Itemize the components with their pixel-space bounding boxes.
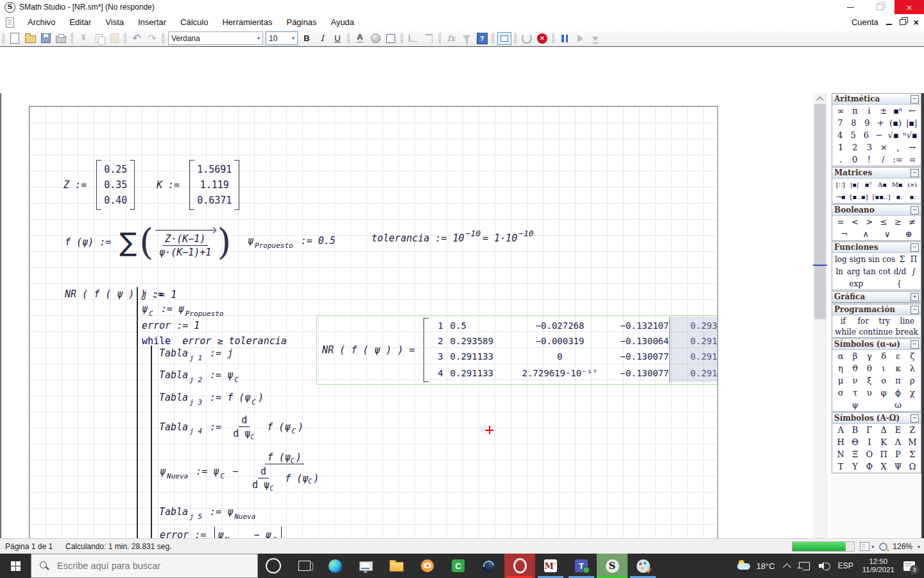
palette-item[interactable]: log xyxy=(835,255,847,264)
palette-item[interactable]: if xyxy=(839,317,848,326)
border-button[interactable] xyxy=(383,31,398,46)
language-button[interactable]: ESP xyxy=(834,554,858,578)
palette-item[interactable]: A▪ xyxy=(878,181,887,188)
save-button[interactable] xyxy=(38,31,53,46)
palette-header[interactable]: Aritmética − xyxy=(832,94,921,105)
redo-button[interactable]: ↷ xyxy=(144,31,160,46)
palette-item[interactable]: ± xyxy=(879,106,888,116)
palette-item[interactable]: ϕ xyxy=(893,388,902,398)
taskbar-search[interactable] xyxy=(31,554,258,578)
zoom-level[interactable]: 126% xyxy=(893,542,912,551)
new-button[interactable] xyxy=(7,31,22,46)
stmt-j-init[interactable]: j := 1 xyxy=(142,289,176,301)
child-close-icon[interactable]: × xyxy=(914,18,919,27)
expr-f-definition[interactable]: f (ψ) := ∑ ( Z·(K−1) ψ·(K−1)+1 ) xyxy=(65,217,231,267)
child-restore-icon[interactable] xyxy=(900,19,906,25)
palette-item[interactable]: [▪‥▪] xyxy=(850,193,868,200)
palette-item[interactable]: continue xyxy=(859,328,893,337)
palette-item[interactable]: √▪ xyxy=(888,130,899,140)
palette-item[interactable]: ln xyxy=(835,267,844,276)
palette-item[interactable]: φ xyxy=(879,388,888,398)
palette-item[interactable]: Δ xyxy=(879,425,888,435)
palette-header[interactable]: Booleano − xyxy=(832,205,921,216)
palette-item[interactable]: 3 xyxy=(865,143,874,152)
tray-overflow-button[interactable] xyxy=(780,554,794,578)
collapse-icon[interactable]: − xyxy=(911,414,919,423)
worksheet-page[interactable]: Z := 0.250.350.40 K := 1.56911.1190.6371… xyxy=(29,106,718,578)
palette-item[interactable]: Μ xyxy=(908,437,917,447)
palette-item[interactable]: ⁿ√▪ xyxy=(903,130,918,140)
palette-item[interactable]: Π xyxy=(879,450,888,459)
palette-item[interactable]: sin xyxy=(868,255,880,264)
palette-item[interactable]: →▪ xyxy=(835,193,845,200)
palette-item[interactable]: Π xyxy=(909,255,918,264)
collapse-icon[interactable]: − xyxy=(911,95,919,103)
scroll-up-button[interactable] xyxy=(813,93,827,104)
palette-item[interactable]: + xyxy=(876,118,885,128)
palette-item[interactable]: < xyxy=(850,217,859,227)
palette-item[interactable]: υ xyxy=(865,388,874,398)
side-panel-toggle[interactable] xyxy=(497,31,512,46)
palette-item[interactable]: Λ xyxy=(893,437,902,447)
palette-item[interactable]: 1 xyxy=(836,143,845,152)
palette-item[interactable]: π xyxy=(893,376,902,385)
palette-item[interactable]: β xyxy=(850,351,859,361)
palette-item[interactable]: κ xyxy=(893,363,902,373)
stmt-error-init[interactable]: error := 1 xyxy=(142,320,200,331)
palette-item[interactable]: Ε xyxy=(893,425,902,435)
font-color-button[interactable]: A xyxy=(352,31,368,46)
stmt-tabla-j2[interactable]: Tablaj 2 := ψC xyxy=(159,369,241,381)
palette-item[interactable]: Ο xyxy=(865,450,874,459)
palette-item[interactable]: = xyxy=(836,217,845,227)
palette-item[interactable]: i xyxy=(865,106,874,116)
palette-header[interactable]: Símbolos (Α-Ω) − xyxy=(832,413,921,424)
stmt-tabla-j4[interactable]: Tablaj 4 := d d ψC f (ψC) xyxy=(159,414,304,440)
palette-item[interactable]: ← xyxy=(908,106,917,116)
palette-item[interactable]: Γ xyxy=(865,425,874,435)
palette-item[interactable]: Σ xyxy=(908,450,917,459)
palette-item[interactable]: μ xyxy=(836,376,845,385)
palette-item[interactable]: 8 xyxy=(849,118,858,128)
expr-k-definition[interactable]: K := 1.56911.1190.6371 xyxy=(157,153,239,216)
expand-icon[interactable]: + xyxy=(911,293,919,301)
open-button[interactable] xyxy=(22,31,38,46)
menu-editar[interactable]: Editar xyxy=(62,15,98,29)
print-button[interactable] xyxy=(53,31,69,46)
palette-item[interactable]: Α xyxy=(836,425,845,435)
palette-item[interactable]: i×i xyxy=(907,181,917,188)
paste-button[interactable] xyxy=(107,31,122,46)
palette-item[interactable]: 5 xyxy=(849,130,858,140)
palette-item[interactable]: ¬ xyxy=(840,229,849,239)
font-size-select[interactable]: 10 ▾ xyxy=(266,31,298,45)
palette-item[interactable]: ▪ⁿ xyxy=(893,106,902,116)
align-vertical-button[interactable] xyxy=(421,31,436,46)
taskbar-app-blender[interactable] xyxy=(412,554,443,578)
palette-item[interactable]: arg xyxy=(847,267,860,276)
palette-item[interactable]: ∫ xyxy=(909,267,918,276)
background-color-button[interactable] xyxy=(368,31,383,46)
palette-item[interactable]: γ xyxy=(865,351,874,361)
palette-item[interactable]: χ xyxy=(908,388,917,398)
palette-item[interactable]: for xyxy=(858,317,869,326)
palette-item[interactable]: 2 xyxy=(850,143,859,152)
taskbar-app-edge[interactable] xyxy=(320,554,350,578)
palette-item[interactable]: 9 xyxy=(862,118,871,128)
palette-item[interactable]: Φ xyxy=(865,462,874,471)
palette-item[interactable]: try xyxy=(879,317,890,326)
palette-item[interactable]: η xyxy=(836,363,845,373)
palette-item[interactable]: ! xyxy=(864,155,873,164)
expr-z-definition[interactable]: Z := 0.250.350.40 xyxy=(64,153,135,216)
palette-item[interactable]: σ xyxy=(836,388,845,398)
palette-item[interactable]: 0 xyxy=(850,155,859,164)
palette-item[interactable]: θ xyxy=(865,363,874,373)
palette-item[interactable]: > xyxy=(865,217,874,227)
maximize-button[interactable] xyxy=(865,0,894,14)
scrollbar-thumb[interactable] xyxy=(814,104,826,319)
palette-item[interactable]: Ξ xyxy=(850,450,859,459)
play-button[interactable] xyxy=(572,31,588,46)
taskbar-app-mendeley[interactable]: M’ xyxy=(535,554,566,578)
palette-item[interactable]: ≤ xyxy=(879,217,888,227)
palette-item[interactable]: ≠ xyxy=(908,217,917,227)
palette-item[interactable]: ∧ xyxy=(861,229,870,239)
palette-item[interactable]: Τ xyxy=(836,462,845,471)
